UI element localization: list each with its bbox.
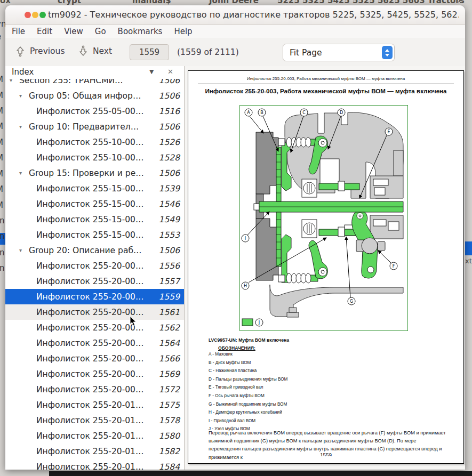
index-item[interactable]: ▾Section 255: ТРАНСМИ…1506: [5, 79, 184, 88]
index-item-label: Инфолисток 255-15-00…: [36, 199, 156, 209]
index-item[interactable]: ▾Group 05: Общая инфор…1506: [5, 88, 184, 103]
background-text-fragment: M: [0, 106, 3, 116]
background-text-fragment: ›: [458, 0, 461, 5]
index-item-label: Инфолисток 255-05-00…: [36, 107, 156, 116]
previous-page-button[interactable]: Previous: [15, 45, 65, 57]
index-item-label: Инфолисток 255-20-01…: [36, 462, 156, 470]
index-item-page: 1562: [156, 323, 184, 333]
expander-icon[interactable]: ▾: [19, 124, 29, 130]
background-window-right-edge: xt: [465, 5, 472, 476]
expander-icon[interactable]: ▾: [19, 247, 29, 253]
background-selected-row: [465, 241, 472, 255]
menu-file[interactable]: File: [12, 27, 25, 36]
index-tree[interactable]: ▾Section 255: ТРАНСМИ…1506▾Group 05: Общ…: [5, 79, 184, 470]
page-title: Инфолисток 255-20-003, Работа механическ…: [188, 87, 463, 94]
combo-spinner-icon[interactable]: [382, 46, 393, 59]
index-item[interactable]: Инфолисток 255-20-00…1561: [5, 304, 184, 320]
index-item-page: 1572: [156, 385, 184, 394]
expander-icon[interactable]: ▾: [19, 93, 29, 99]
index-item[interactable]: Инфолисток 255-20-01…1580: [5, 428, 184, 443]
index-item[interactable]: Инфолисток 255-20-00…1557: [5, 273, 184, 289]
background-text-fragment: tn: [0, 248, 4, 257]
svg-text:A: A: [247, 110, 250, 115]
previous-label: Previous: [30, 46, 65, 56]
arrow-down-icon: [78, 45, 89, 57]
legend-entry: A - Маховик: [209, 352, 287, 360]
legend-title: ОБОЗНАЧЕНИЯ:: [218, 345, 255, 351]
expander-icon[interactable]: ▾: [19, 170, 29, 176]
background-text-fragment: M: [0, 75, 3, 84]
index-item-page: 1578: [156, 416, 184, 425]
index-item[interactable]: Инфолисток 255-10-00…1526: [5, 134, 184, 150]
index-item[interactable]: Инфолисток 255-15-00…1549: [5, 212, 184, 227]
sidebar-header: Index ▼ ✕: [5, 66, 184, 79]
index-item-page: 1580: [156, 431, 184, 441]
legend-entry: B - Диск муфты ВОМ: [209, 360, 287, 369]
index-item[interactable]: Инфолисток 255-20-01…1578: [5, 413, 184, 428]
maximize-window-icon[interactable]: [39, 12, 46, 18]
background-text-fragment: M: [0, 122, 3, 131]
titlebar[interactable]: tm9092 - Техническое руководство по диаг…: [5, 5, 465, 25]
close-sidebar-icon[interactable]: ✕: [167, 68, 173, 76]
close-window-icon[interactable]: [25, 12, 31, 18]
legend-entry: I - Приводной вал ВОМ: [209, 418, 287, 427]
index-item[interactable]: Инфолисток 255-05-00…1516: [5, 103, 184, 119]
index-item[interactable]: Инфолисток 255-15-00…1553: [5, 227, 184, 243]
index-item[interactable]: Инфолисток 255-10-00…1528: [5, 150, 184, 165]
menu-bookmarks[interactable]: Bookmarks: [118, 27, 163, 36]
index-item-label: Инфолисток 255-15-00…: [36, 230, 156, 240]
clutch-diagram-figure: A B C D E F G H I J: [239, 105, 408, 331]
index-item[interactable]: Инфолисток 255-20-00…1566: [5, 351, 184, 366]
index-item[interactable]: ▾Group 20: Описание раб…1506: [5, 243, 184, 258]
index-item[interactable]: ▾Group 10: Предварител…1506: [5, 119, 184, 134]
index-item-label: Инфолисток 255-20-00…: [36, 385, 156, 394]
index-item[interactable]: Инфолисток 255-20-00…1559: [5, 289, 184, 304]
svg-text:D: D: [340, 110, 343, 115]
zoom-mode-select[interactable]: Fit Page: [283, 44, 395, 61]
index-item[interactable]: Инфолисток 255-15-00…1546: [5, 196, 184, 212]
index-item-page: 1506: [156, 168, 184, 178]
index-item-page: 1528: [156, 153, 184, 163]
next-page-button[interactable]: Next: [78, 45, 112, 57]
index-item[interactable]: Инфолисток 255-20-00…1562: [5, 320, 184, 335]
chevron-down-icon[interactable]: ▼: [149, 68, 154, 75]
document-view-area[interactable]: Инфолисток 255-20-003, Работа механическ…: [185, 66, 465, 470]
menu-go[interactable]: Go: [95, 27, 106, 36]
background-text-fragment: xt: [465, 257, 472, 265]
legend-entry: F - Ось рычага муфты ВОМ: [209, 393, 287, 402]
index-item[interactable]: ▾Group 15: Проверки и ре…1506: [5, 165, 184, 181]
index-item-page: 1539: [156, 184, 184, 193]
pto-clutch-cross-section-diagram: A B C D E F G H I J: [240, 106, 407, 330]
minimize-window-icon[interactable]: [32, 12, 38, 18]
index-item[interactable]: Инфолисток 255-20-01…1584: [5, 459, 184, 470]
background-text-fragment: M: [0, 184, 3, 194]
index-item[interactable]: Инфолисток 255-20-01…1582: [5, 443, 184, 459]
index-item-label: Инфолисток 255-20-00…: [36, 323, 156, 333]
page-number-input[interactable]: 1559: [130, 44, 169, 60]
index-item-label: Инфолисток 255-10-00…: [36, 153, 156, 163]
index-item-page: 1506: [156, 91, 184, 101]
index-item[interactable]: Инфолисток 255-20-01…1575: [5, 397, 184, 413]
toolbar: Previous Next 1559 (1559 of 2111) Fit Pa…: [5, 38, 465, 67]
svg-text:I: I: [245, 236, 246, 241]
index-item-label: Инфолисток 255-10-00…: [36, 138, 156, 147]
index-item[interactable]: Инфолисток 255-15-00…1539: [5, 181, 184, 196]
background-text-fragment: M: [0, 138, 3, 147]
index-item[interactable]: Инфолисток 255-20-00…1556: [5, 258, 184, 273]
running-header: Инфолисток 255-20-003, Работа механическ…: [188, 76, 463, 81]
menu-view[interactable]: View: [64, 27, 83, 36]
background-text-fragment: manual$: [132, 0, 171, 5]
background-text-fragment: tn: [0, 216, 4, 225]
background-text-fragment: ox: [0, 0, 11, 5]
index-item-label: Инфолисток 255-20-01…: [36, 447, 156, 456]
index-item[interactable]: Инфолисток 255-20-00…1572: [5, 382, 184, 397]
background-text-fragment: yn: [0, 19, 5, 29]
menu-edit[interactable]: Edit: [37, 27, 52, 36]
index-item-page: 1516: [156, 107, 184, 116]
menu-help[interactable]: Help: [174, 27, 192, 36]
svg-text:F: F: [393, 264, 395, 269]
index-item[interactable]: Инфолисток 255-20-00…1569: [5, 366, 184, 382]
index-item-label: Инфолисток 255-20-01…: [36, 416, 156, 425]
index-item[interactable]: Инфолисток 255-20-00…1564: [5, 335, 184, 351]
expander-icon[interactable]: ▾: [10, 79, 19, 83]
